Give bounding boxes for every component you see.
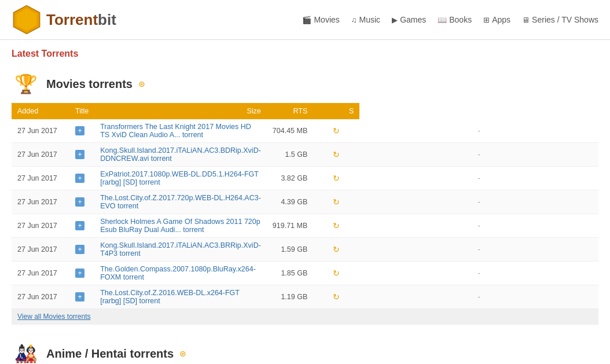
add-torrent-button[interactable]: +	[75, 126, 84, 135]
row-rts: ↻	[313, 167, 359, 190]
row-rts: ↻	[313, 262, 359, 285]
nav-movies[interactable]: 🎬 Movies	[302, 15, 339, 24]
section-anime: 🎎Anime / Hentai torrents⊛AddedTitleSizeR…	[12, 339, 598, 364]
torrent-link[interactable]: The.Golden.Compass.2007.1080p.BluRay.x26…	[100, 265, 256, 281]
table-row: 27 Jun 2017+Kong.Skull.Island.2017.iTALi…	[12, 143, 598, 167]
torrent-link[interactable]: Kong.Skull.Island.2017.iTALiAN.AC3.BDRip…	[100, 146, 261, 163]
logo: Torrentbit	[12, 5, 116, 35]
nav-games[interactable]: ▶ Games	[392, 15, 426, 24]
row-title: Sherlock Holmes A Game Of Shadows 2011 7…	[94, 214, 267, 238]
row-s: -	[359, 119, 598, 143]
row-rts: ↻	[313, 285, 359, 309]
apps-icon: ⊞	[483, 16, 490, 24]
row-add-cell: +	[69, 214, 94, 238]
row-size: 919.71 MB	[267, 214, 313, 238]
row-size: 4.39 GB	[267, 190, 313, 214]
refresh-icon[interactable]: ↻	[333, 197, 340, 207]
torrent-link[interactable]: Sherlock Holmes A Game Of Shadows 2011 7…	[100, 218, 260, 234]
main-content: Latest Torrents 🏆Movies torrents⊛AddedTi…	[0, 40, 610, 364]
row-title: Kong.Skull.Island.2017.iTALiAN.AC3.BRRip…	[94, 238, 267, 262]
view-all-row: View all Movies torrents	[12, 309, 598, 325]
section-movies: 🏆Movies torrents⊛AddedTitleSizeRTSS27 Ju…	[12, 69, 598, 325]
refresh-icon[interactable]: ↻	[333, 174, 340, 183]
series-icon: 🖥	[522, 16, 530, 24]
row-title: ExPatriot.2017.1080p.WEB-DL.DD5.1.H264-F…	[94, 167, 267, 190]
table-row: 27 Jun 2017+ExPatriot.2017.1080p.WEB-DL.…	[12, 167, 598, 190]
logo-text: Torrentbit	[46, 11, 116, 29]
row-title: The.Lost.City.of.Z.2016.WEB-DL.x264-FGT …	[94, 285, 267, 309]
logo-icon	[12, 5, 42, 35]
row-date: 27 Jun 2017	[12, 285, 69, 309]
col-header-size: Size	[94, 103, 267, 119]
row-title: The.Golden.Compass.2007.1080p.BluRay.x26…	[94, 262, 267, 285]
row-date: 27 Jun 2017	[12, 190, 69, 214]
row-title: Transformers The Last Knight 2017 Movies…	[94, 119, 267, 143]
torrent-link[interactable]: ExPatriot.2017.1080p.WEB-DL.DD5.1.H264-F…	[100, 170, 259, 186]
row-size: 1.85 GB	[267, 262, 313, 285]
table-row: 27 Jun 2017+Transformers The Last Knight…	[12, 119, 598, 143]
section-title-movies: Movies torrents	[46, 78, 133, 91]
add-torrent-button[interactable]: +	[75, 292, 84, 302]
col-header-rts: RTS	[267, 103, 313, 119]
add-torrent-button[interactable]: +	[75, 174, 84, 183]
table-row: 27 Jun 2017+Sherlock Holmes A Game Of Sh…	[12, 214, 598, 238]
add-torrent-button[interactable]: +	[75, 245, 84, 254]
refresh-icon[interactable]: ↻	[333, 292, 340, 302]
row-add-cell: +	[69, 190, 94, 214]
row-add-cell: +	[69, 143, 94, 167]
header: Torrentbit 🎬 Movies ♫ Music ▶ Games 📖 Bo…	[0, 0, 610, 40]
row-s: -	[359, 214, 598, 238]
nav-music[interactable]: ♫ Music	[351, 15, 380, 24]
row-add-cell: +	[69, 285, 94, 309]
table-movies: AddedTitleSizeRTSS27 Jun 2017+Transforme…	[12, 103, 598, 325]
row-date: 27 Jun 2017	[12, 119, 69, 143]
col-header-s: S	[313, 103, 359, 119]
refresh-icon[interactable]: ↻	[333, 245, 340, 254]
rss-icon-anime[interactable]: ⊛	[179, 349, 186, 358]
row-title: The.Lost.City.of.Z.2017.720p.WEB-DL.H264…	[94, 190, 267, 214]
section-header-anime: 🎎Anime / Hentai torrents⊛	[12, 339, 598, 364]
row-rts: ↻	[313, 119, 359, 143]
row-date: 27 Jun 2017	[12, 167, 69, 190]
row-rts: ↻	[313, 143, 359, 167]
add-torrent-button[interactable]: +	[75, 150, 84, 159]
add-torrent-button[interactable]: +	[75, 197, 84, 207]
torrent-link[interactable]: Kong.Skull.Island.2017.iTALiAN.AC3.BRRip…	[100, 241, 261, 258]
row-add-cell: +	[69, 119, 94, 143]
row-rts: ↻	[313, 238, 359, 262]
refresh-icon[interactable]: ↻	[333, 126, 340, 135]
refresh-icon[interactable]: ↻	[333, 221, 340, 230]
table-row: 27 Jun 2017+The.Lost.City.of.Z.2016.WEB-…	[12, 285, 598, 309]
nav-apps[interactable]: ⊞ Apps	[483, 15, 510, 24]
add-torrent-button[interactable]: +	[75, 221, 84, 230]
row-add-cell: +	[69, 167, 94, 190]
row-size: 704.45 MB	[267, 119, 313, 143]
nav-series[interactable]: 🖥 Series / TV Shows	[522, 15, 598, 24]
torrent-link[interactable]: The.Lost.City.of.Z.2016.WEB-DL.x264-FGT …	[100, 289, 240, 305]
view-all-link-movies[interactable]: View all Movies torrents	[17, 312, 91, 321]
torrent-link[interactable]: Transformers The Last Knight 2017 Movies…	[100, 123, 251, 139]
section-title-anime: Anime / Hentai torrents	[46, 347, 174, 361]
torrent-link[interactable]: The.Lost.City.of.Z.2017.720p.WEB-DL.H264…	[100, 194, 261, 210]
rss-icon-movies[interactable]: ⊛	[138, 79, 145, 89]
row-s: -	[359, 285, 598, 309]
row-rts: ↻	[313, 214, 359, 238]
col-header-title: Title	[69, 103, 94, 119]
row-s: -	[359, 238, 598, 262]
refresh-icon[interactable]: ↻	[333, 269, 340, 278]
section-header-movies: 🏆Movies torrents⊛	[12, 69, 598, 98]
row-size: 1.59 GB	[267, 238, 313, 262]
col-header-added: Added	[12, 103, 69, 119]
table-row: 27 Jun 2017+Kong.Skull.Island.2017.iTALi…	[12, 238, 598, 262]
page-title: Latest Torrents	[12, 49, 598, 59]
table-row: 27 Jun 2017+The.Lost.City.of.Z.2017.720p…	[12, 190, 598, 214]
row-s: -	[359, 262, 598, 285]
add-torrent-button[interactable]: +	[75, 269, 84, 278]
section-icon-movies: 🏆	[12, 69, 41, 98]
nav-books[interactable]: 📖 Books	[438, 15, 472, 24]
refresh-icon[interactable]: ↻	[333, 150, 340, 159]
row-s: -	[359, 167, 598, 190]
row-rts: ↻	[313, 190, 359, 214]
row-date: 27 Jun 2017	[12, 262, 69, 285]
row-size: 3.82 GB	[267, 167, 313, 190]
